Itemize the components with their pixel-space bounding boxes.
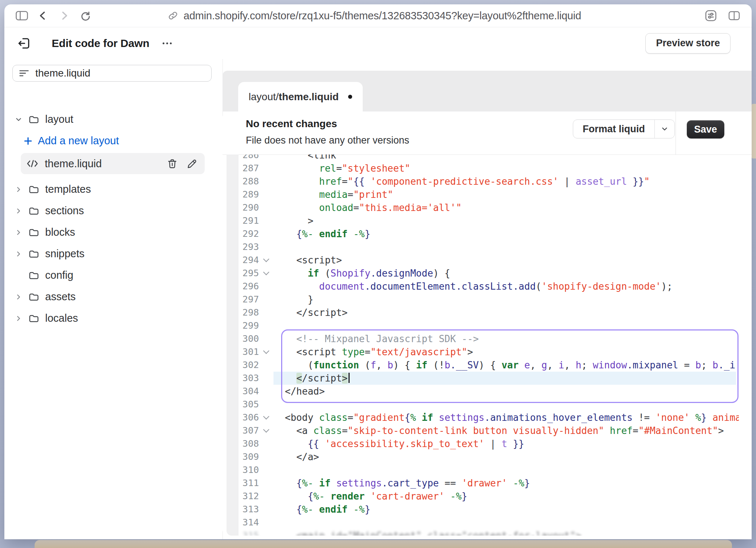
sidebar-toggle-icon[interactable] — [15, 9, 28, 22]
code-line-304[interactable]: 304 </head> — [223, 385, 739, 398]
code-line-298[interactable]: 298 </script> — [223, 306, 739, 319]
chevron-right-icon[interactable] — [15, 250, 28, 258]
save-button[interactable]: Save — [687, 120, 724, 138]
code-line-310[interactable]: 310 — [223, 463, 739, 477]
sidebar-item-snippets[interactable]: snippets — [4, 243, 223, 265]
sidebar-item-theme-liquid-selected[interactable]: theme.liquid — [21, 153, 205, 174]
code-line-303[interactable]: 303 </script> — [223, 372, 739, 385]
code-line-293[interactable]: 293 — [223, 240, 739, 254]
address-bar[interactable]: admin.shopify.com/store/rzq1xu-f5/themes… — [168, 8, 581, 23]
line-number[interactable]: 304 — [223, 385, 259, 398]
sidebar-item-sections[interactable]: sections — [4, 200, 223, 222]
line-number[interactable]: 289 — [223, 188, 259, 201]
format-liquid-button[interactable]: Format liquid — [573, 120, 654, 138]
code-line-302[interactable]: 302 (function (f, b) { if (!b.__SV) { va… — [223, 359, 739, 372]
back-icon[interactable] — [36, 9, 50, 22]
sidebar-item-layout[interactable]: layout — [4, 109, 223, 130]
line-number[interactable]: 295 — [223, 267, 259, 280]
code-line-287[interactable]: 287 rel="stylesheet" — [223, 162, 739, 175]
chevron-right-icon[interactable] — [15, 293, 28, 301]
code-line-312[interactable]: 312 {%- render 'cart-drawer' -%} — [223, 490, 739, 503]
code-line-296[interactable]: 296 document.documentElement.classList.a… — [223, 280, 739, 293]
code-line-308[interactable]: 308 {{ 'accessibility.skip_to_text' | t … — [223, 437, 739, 450]
chevron-right-icon[interactable] — [15, 314, 28, 322]
line-number[interactable]: 306 — [223, 411, 259, 424]
code-line-300[interactable]: 300 <!-- Mixpanel Javascript SDK --> — [223, 332, 739, 345]
code-line-294[interactable]: 294 <script> — [223, 254, 739, 267]
line-number[interactable]: 288 — [223, 175, 259, 188]
sidebar-item-add-a-new-layout[interactable]: Add a new layout — [4, 130, 223, 152]
line-number[interactable]: 307 — [223, 424, 259, 437]
forward-icon[interactable] — [58, 9, 71, 22]
line-number[interactable]: 305 — [223, 398, 259, 411]
line-number[interactable]: 303 — [223, 372, 259, 385]
line-number[interactable]: 300 — [223, 332, 259, 345]
line-number[interactable]: 311 — [223, 477, 259, 490]
code-line-286[interactable]: 286 <link — [223, 154, 739, 162]
line-number[interactable]: 299 — [223, 319, 259, 332]
line-number[interactable]: 314 — [223, 516, 259, 529]
code-line-301[interactable]: 301 <script type="text/javascript"> — [223, 345, 739, 359]
chevron-down-icon[interactable] — [15, 116, 28, 124]
chevron-right-icon[interactable] — [15, 228, 28, 236]
code-line-289[interactable]: 289 media="print" — [223, 188, 739, 201]
code-line-292[interactable]: 292 {%- endif -%} — [223, 227, 739, 240]
code-line-288[interactable]: 288 href="{{ 'component-predictive-searc… — [223, 175, 739, 188]
code-line-307[interactable]: 307 <a class="skip-to-content-link butto… — [223, 424, 739, 437]
more-options-icon[interactable] — [162, 41, 173, 46]
code-line-313[interactable]: 313 {%- endif -%} — [223, 503, 739, 516]
line-number[interactable]: 310 — [223, 463, 259, 477]
code-line-314[interactable]: 314 — [223, 516, 739, 529]
line-number[interactable]: 315 — [223, 529, 259, 536]
code-line-305[interactable]: 305 — [223, 398, 739, 411]
code-line-309[interactable]: 309 </a> — [223, 450, 739, 463]
code-line-295[interactable]: 295 if (Shopify.designMode) { — [223, 267, 739, 280]
code-line-311[interactable]: 311 {%- if settings.cart_type == 'drawer… — [223, 477, 739, 490]
code-line-299[interactable]: 299 — [223, 319, 739, 332]
exit-icon[interactable] — [16, 35, 32, 51]
line-number[interactable]: 292 — [223, 227, 259, 240]
fold-chevron-icon[interactable] — [259, 267, 273, 280]
sidebar-item-assets[interactable]: assets — [4, 286, 223, 308]
line-number[interactable]: 301 — [223, 345, 259, 359]
format-options-dropdown[interactable] — [654, 120, 674, 138]
code-line-291[interactable]: 291 > — [223, 214, 739, 227]
fold-chevron-icon[interactable] — [259, 424, 273, 437]
sidebar-item-templates[interactable]: templates — [4, 179, 223, 200]
fold-chevron-icon[interactable] — [259, 411, 273, 424]
chevron-right-icon[interactable] — [15, 185, 28, 193]
line-number[interactable]: 287 — [223, 162, 259, 175]
reload-icon[interactable] — [79, 9, 92, 22]
line-number[interactable]: 312 — [223, 490, 259, 503]
extensions-icon[interactable] — [704, 9, 717, 22]
line-number[interactable]: 309 — [223, 450, 259, 463]
tab-theme-liquid[interactable]: layout/theme.liquid — [238, 82, 363, 111]
code-line-297[interactable]: 297 } — [223, 293, 739, 306]
line-number[interactable]: 313 — [223, 503, 259, 516]
search-input[interactable] — [35, 67, 205, 79]
sidebar-item-blocks[interactable]: blocks — [4, 222, 223, 243]
line-number[interactable]: 297 — [223, 293, 259, 306]
code-editor[interactable]: 286 <link287 rel="stylesheet"288 href="{… — [223, 154, 752, 536]
sidebar-item-locales[interactable]: locales — [4, 308, 223, 329]
fold-chevron-icon[interactable] — [259, 345, 273, 359]
split-view-icon[interactable] — [728, 9, 741, 22]
rename-file-icon[interactable] — [186, 158, 197, 169]
fold-chevron-icon[interactable] — [259, 254, 273, 267]
line-number[interactable]: 286 — [223, 154, 259, 162]
line-number[interactable]: 296 — [223, 280, 259, 293]
chevron-right-icon[interactable] — [15, 207, 28, 215]
line-number[interactable]: 291 — [223, 214, 259, 227]
code-line-306[interactable]: 306 <body class="gradient{% if settings.… — [223, 411, 739, 424]
line-number[interactable]: 302 — [223, 359, 259, 372]
file-search-box[interactable] — [12, 65, 212, 82]
code-line-315[interactable]: 315 <main id="MainContent" class="conten… — [223, 529, 739, 536]
line-number[interactable]: 290 — [223, 201, 259, 214]
sidebar-item-config[interactable]: config — [4, 265, 223, 286]
line-number[interactable]: 294 — [223, 254, 259, 267]
preview-store-button[interactable]: Preview store — [645, 33, 731, 54]
line-number[interactable]: 293 — [223, 240, 259, 254]
line-number[interactable]: 298 — [223, 306, 259, 319]
delete-file-icon[interactable] — [167, 158, 178, 169]
line-number[interactable]: 308 — [223, 437, 259, 450]
